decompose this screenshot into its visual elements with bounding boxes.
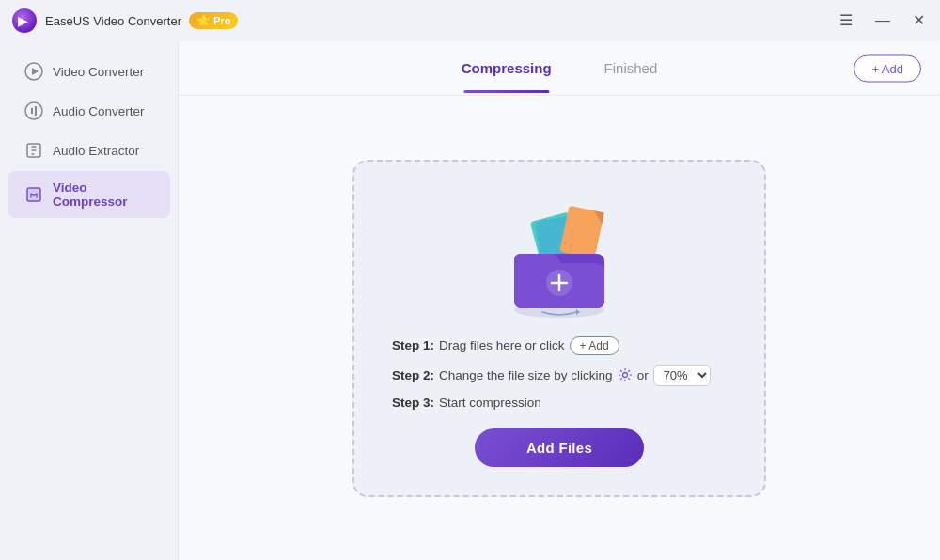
step3-bold: Step 3: bbox=[392, 396, 434, 410]
main-layout: Video Converter Audio Converter Audio Ex… bbox=[0, 41, 940, 560]
drop-zone-container: Step 1: Drag files here or click + Add S… bbox=[179, 96, 940, 560]
step-1: Step 1: Drag files here or click + Add bbox=[392, 336, 727, 355]
step-3: Step 3: Start compression bbox=[392, 396, 727, 410]
add-files-button[interactable]: Add Files bbox=[475, 428, 644, 467]
percent-select[interactable]: 70% 50% 30% 90% bbox=[653, 365, 711, 386]
sidebar-item-audio-extractor[interactable]: Audio Extractor bbox=[8, 132, 170, 169]
sidebar-label-video-compressor: Video Compressor bbox=[53, 180, 153, 209]
sidebar-label-audio-converter: Audio Converter bbox=[53, 104, 145, 118]
svg-text:▶: ▶ bbox=[18, 13, 28, 28]
tabbar: Compressing Finished + Add bbox=[179, 41, 940, 96]
gear-icon bbox=[618, 367, 633, 382]
svg-rect-14 bbox=[514, 254, 552, 265]
drop-zone[interactable]: Step 1: Drag files here or click + Add S… bbox=[352, 160, 766, 497]
svg-marker-3 bbox=[32, 68, 39, 75]
folder-illustration bbox=[484, 190, 634, 321]
tab-finished[interactable]: Finished bbox=[578, 53, 684, 84]
app-icon: ▶ bbox=[11, 8, 38, 34]
sidebar-item-video-compressor[interactable]: Video Compressor bbox=[8, 171, 170, 218]
svg-rect-6 bbox=[27, 188, 40, 201]
step2-text: Change the file size by clicking bbox=[439, 368, 613, 382]
titlebar: ▶ EaseUS Video Converter ⭐ Pro ☰ — ✕ bbox=[0, 0, 940, 41]
app-title: EaseUS Video Converter bbox=[45, 14, 181, 28]
step1-bold: Step 1: bbox=[392, 338, 434, 352]
video-converter-icon bbox=[24, 62, 43, 81]
step1-add-label: + Add bbox=[580, 339, 609, 352]
minimize-button[interactable]: — bbox=[871, 11, 894, 30]
svg-point-4 bbox=[25, 102, 42, 119]
titlebar-controls: ☰ — ✕ bbox=[836, 11, 929, 30]
sidebar-label-video-converter: Video Converter bbox=[53, 65, 144, 79]
step2-bold: Step 2: bbox=[392, 368, 434, 382]
sidebar-item-audio-converter[interactable]: Audio Converter bbox=[8, 92, 170, 130]
sidebar-label-audio-extractor: Audio Extractor bbox=[53, 144, 139, 158]
step1-add-button[interactable]: + Add bbox=[570, 336, 619, 355]
step2-or: or bbox=[637, 368, 649, 382]
content-area: Compressing Finished + Add bbox=[179, 41, 940, 560]
audio-extractor-icon bbox=[24, 141, 43, 160]
video-compressor-icon bbox=[24, 185, 43, 204]
close-button[interactable]: ✕ bbox=[909, 11, 929, 30]
step1-text: Drag files here or click bbox=[439, 338, 565, 352]
audio-converter-icon bbox=[24, 101, 43, 120]
tabs: Compressing Finished bbox=[197, 53, 921, 84]
svg-point-17 bbox=[622, 373, 627, 378]
sidebar-item-video-converter[interactable]: Video Converter bbox=[8, 53, 170, 90]
add-button-label: + Add bbox=[871, 61, 903, 75]
tab-compressing[interactable]: Compressing bbox=[435, 53, 578, 84]
add-button[interactable]: + Add bbox=[854, 54, 921, 82]
step3-text: Start compression bbox=[439, 396, 541, 410]
add-files-label: Add Files bbox=[526, 440, 592, 456]
titlebar-left: ▶ EaseUS Video Converter ⭐ Pro bbox=[11, 8, 238, 34]
step-2: Step 2: Change the file size by clicking… bbox=[392, 365, 727, 386]
sidebar: Video Converter Audio Converter Audio Ex… bbox=[0, 41, 179, 560]
pro-badge: ⭐ Pro bbox=[189, 12, 238, 29]
steps: Step 1: Drag files here or click + Add S… bbox=[392, 336, 727, 410]
menu-button[interactable]: ☰ bbox=[836, 11, 856, 30]
